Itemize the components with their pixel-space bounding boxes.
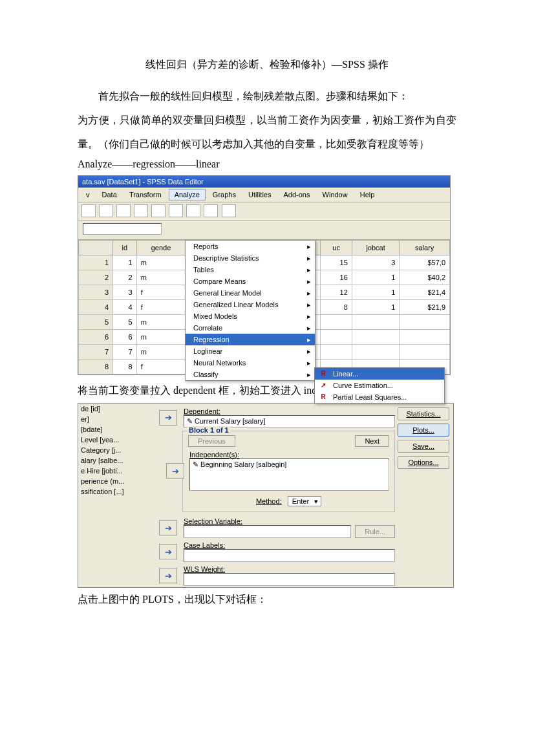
menu-item-descriptive[interactable]: Descriptive Statistics▸	[186, 252, 315, 264]
menu-item-genlin[interactable]: Generalized Linear Models▸	[186, 299, 315, 310]
independent-label: Independent(s):	[189, 451, 389, 459]
wls-field[interactable]	[184, 573, 395, 586]
para-4: 点击上图中的 PLOTS，出现以下对话框：	[78, 588, 456, 612]
col-salary[interactable]: salary	[400, 241, 450, 255]
var-item[interactable]: er]	[78, 414, 153, 424]
method-label: Method:	[256, 497, 282, 505]
toolbar-btn[interactable]	[222, 204, 236, 217]
move-independent-button[interactable]: ➔	[166, 463, 184, 479]
move-caselabels-button[interactable]: ➔	[159, 544, 177, 559]
col-gender[interactable]: gende	[136, 241, 186, 255]
wls-label: WLS Weight:	[184, 565, 395, 573]
move-wls-button[interactable]: ➔	[159, 568, 177, 583]
toolbar-btn[interactable]	[151, 204, 166, 217]
method-select[interactable]: Enter	[288, 496, 321, 506]
window-titlebar: ata.sav [DataSet1] - SPSS Data Editor	[78, 176, 450, 188]
menu-transform[interactable]: Transform	[124, 189, 167, 200]
toolbar-2	[78, 221, 450, 240]
menu-help[interactable]: Help	[355, 189, 380, 200]
case-labels-field[interactable]	[184, 549, 395, 562]
var-item[interactable]: Category [j...	[78, 445, 153, 455]
move-dependent-button[interactable]: ➔	[159, 410, 177, 426]
case-labels-label: Case Labels:	[184, 541, 395, 549]
para-2: 为方便，只做简单的双变量回归模型，以当前工资作为因变量，初始工资作为自变量。（你…	[78, 109, 456, 157]
toolbar-btn[interactable]	[134, 204, 148, 217]
var-item[interactable]: de [id]	[78, 404, 153, 414]
col-blank	[79, 241, 113, 255]
page-title: 线性回归（异方差的诊断、检验和修补）—SPSS 操作	[78, 58, 456, 72]
menu-item-correlate[interactable]: Correlate▸	[186, 322, 315, 334]
statistics-button[interactable]: Statistics...	[398, 407, 449, 420]
dialog-side-buttons: Statistics... Plots... Save... Options..…	[398, 404, 453, 587]
menu-item-tables[interactable]: Tables▸	[186, 264, 315, 275]
menu-item-glm[interactable]: General Linear Model▸	[186, 287, 315, 299]
menu-item-regression[interactable]: Regression▸	[186, 334, 315, 345]
col-uc[interactable]: uc	[321, 241, 352, 255]
linear-regression-dialog: de [id] er] [bdate] Level [yea... Catego…	[78, 403, 454, 588]
submenu-curve[interactable]: ↗Curve Estimation...	[315, 380, 444, 391]
selection-var-label: Selection Variable:	[184, 517, 395, 525]
menu-addons[interactable]: Add-ons	[279, 189, 315, 200]
dependent-label: Dependent:	[184, 407, 395, 415]
analyze-dropdown: Reports▸ Descriptive Statistics▸ Tables▸…	[185, 240, 315, 381]
toolbar-btn[interactable]	[116, 204, 131, 217]
r-icon: R	[319, 370, 328, 377]
toolbar-btn[interactable]	[169, 204, 183, 217]
r-icon: R	[319, 393, 328, 400]
block-title: Block 1 of 1	[187, 426, 231, 434]
menu-item-loglinear[interactable]: Loglinear▸	[186, 345, 315, 357]
rule-button: Rule...	[355, 525, 395, 538]
previous-button: Previous	[188, 435, 235, 447]
var-item[interactable]: ssification [...]	[78, 486, 153, 497]
menu-data[interactable]: Data	[97, 189, 122, 200]
menu-item-reports[interactable]: Reports▸	[186, 241, 315, 252]
menu-analyze[interactable]: Analyze	[169, 189, 206, 200]
variable-list[interactable]: de [id] er] [bdate] Level [yea... Catego…	[78, 404, 153, 587]
menu-window[interactable]: Window	[317, 189, 353, 200]
options-button[interactable]: Options...	[398, 456, 449, 469]
menu-item-mixed[interactable]: Mixed Models▸	[186, 310, 315, 322]
analyze-path: Analyze――regression――linear	[78, 158, 456, 170]
independent-field[interactable]: ✎ Beginning Salary [salbegin]	[189, 459, 389, 491]
submenu-pls[interactable]: RPartial Least Squares...	[315, 391, 444, 403]
var-item[interactable]: alary [salbe...	[78, 455, 153, 466]
toolbar-btn[interactable]	[99, 204, 113, 217]
col-id[interactable]: id	[113, 241, 137, 255]
menu-utilities[interactable]: Utilities	[243, 189, 276, 200]
menu-item-neural[interactable]: Neural Networks▸	[186, 357, 315, 369]
save-button[interactable]: Save...	[398, 440, 449, 453]
spss-editor-screenshot: ata.sav [DataSet1] - SPSS Data Editor v …	[78, 175, 451, 375]
var-item[interactable]: perience (m...	[78, 476, 153, 486]
menu-graphs[interactable]: Graphs	[208, 189, 241, 200]
menu-item-classify[interactable]: Classify▸	[186, 369, 315, 380]
toolbar-btn[interactable]	[204, 204, 218, 217]
var-item[interactable]: e Hire [jobti...	[78, 466, 153, 476]
next-button[interactable]: Next	[355, 435, 389, 447]
plots-button[interactable]: Plots...	[398, 424, 449, 437]
submenu-linear[interactable]: RLinear...	[315, 368, 444, 380]
toolbar	[78, 202, 450, 221]
menu-item-compare-means[interactable]: Compare Means▸	[186, 275, 315, 287]
goto-input[interactable]	[83, 223, 162, 235]
var-item[interactable]: [bdate]	[78, 424, 153, 435]
move-selection-button[interactable]: ➔	[159, 520, 177, 535]
selection-var-field[interactable]	[184, 525, 351, 538]
var-item[interactable]: Level [yea...	[78, 435, 153, 445]
para-1: 首先拟合一般的线性回归模型，绘制残差散点图。步骤和结果如下：	[78, 85, 456, 109]
toolbar-btn[interactable]	[186, 204, 200, 217]
toolbar-btn[interactable]	[81, 204, 96, 217]
regression-submenu: RLinear... ↗Curve Estimation... RPartial…	[314, 367, 445, 404]
block-group: Block 1 of 1 Previous Next ➔ Independent…	[182, 431, 395, 512]
curve-icon: ↗	[319, 382, 328, 389]
col-jobcat[interactable]: jobcat	[352, 241, 399, 255]
menu-v[interactable]: v	[81, 189, 95, 200]
menubar: v Data Transform Analyze Graphs Utilitie…	[78, 188, 450, 202]
